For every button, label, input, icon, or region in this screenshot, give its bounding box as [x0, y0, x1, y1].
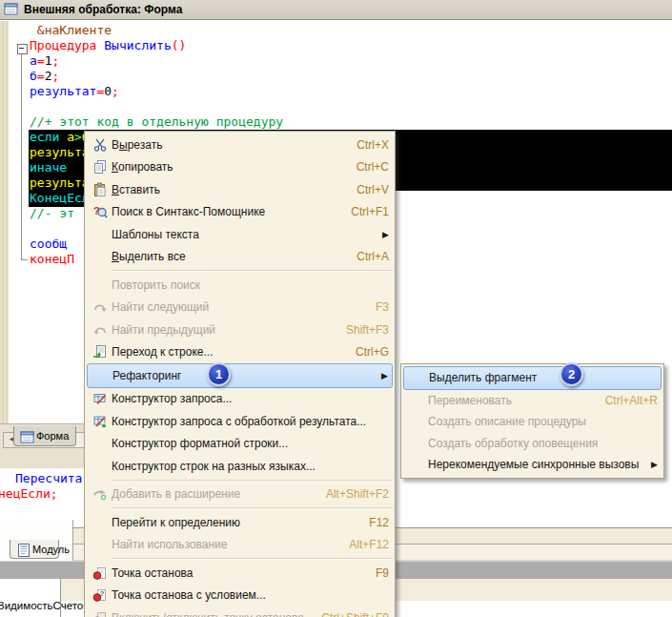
designer-window: Внешняя обработка: Форма &наКлиентеПроце…: [0, 0, 672, 617]
code-line: а=1;: [30, 53, 283, 69]
menu-item-label: Конструктор форматной строки...: [112, 437, 288, 450]
context-menu-item[interactable]: Конструктор запроса...: [85, 388, 395, 411]
refactoring-submenu: Выделить фрагментПереименоватьCtrl+Alt+R…: [400, 363, 664, 479]
code-line: б=2;: [30, 69, 283, 84]
menu-item-icon-empty: [405, 414, 428, 429]
menu-item-icon-empty: [89, 278, 112, 293]
code-token: Вычислить: [104, 38, 171, 52]
context-menu-separator: [112, 558, 393, 560]
cut-icon: [89, 137, 112, 153]
context-menu-item[interactable]: ВырезатьCtrl+X: [85, 134, 395, 156]
menu-item-label: Конструктор запроса с обработкой результ…: [112, 415, 366, 428]
window-title: Внешняя обработка: Форма: [24, 3, 182, 16]
code-token: а: [30, 53, 37, 68]
context-menu-item[interactable]: ВставитьCtrl+V: [85, 178, 395, 201]
code-line: Процедура Вычислить(): [30, 38, 283, 53]
context-menu-item: Найти следующийF3: [85, 297, 395, 319]
menu-item-icon-empty: [89, 515, 112, 530]
context-menu-item[interactable]: Перейти к определениюF12: [85, 511, 395, 534]
menu-item-icon-empty: [89, 227, 112, 242]
code-line: &наКлиенте: [30, 23, 283, 38]
find-prev-icon: [89, 322, 112, 338]
submenu-item[interactable]: Нерекомендуемые синхронные вызовы▶: [401, 454, 663, 476]
find-next-icon: [89, 299, 112, 315]
context-menu-item[interactable]: Конструктор строк на разных языках...: [85, 455, 395, 478]
step-badge-2: 2: [560, 362, 583, 386]
menu-item-shortcut: Ctrl+Shift+F9: [308, 611, 389, 617]
menu-item-label: Поиск в Синтакс-Помощнике: [112, 205, 265, 218]
menu-item-label: Выделить фрагмент: [429, 371, 537, 384]
context-menu-item[interactable]: ?Точка останова с условием...: [85, 585, 395, 607]
context-menu-item: Найти использованиеAlt+F12: [85, 534, 395, 557]
menu-item-shortcut: Alt+F12: [336, 538, 389, 551]
submenu-arrow-icon: ▶: [648, 460, 658, 469]
menu-item-label: Найти использование: [112, 538, 227, 551]
context-menu-item[interactable]: Переход к строке...Ctrl+G: [85, 341, 395, 364]
query-builder-icon: [89, 391, 112, 406]
context-menu-item[interactable]: Рефакторинг▶: [87, 363, 393, 388]
context-menu-item[interactable]: Шаблоны текста▶: [85, 223, 395, 246]
tab-form[interactable]: Форма: [13, 426, 76, 446]
code-line: [30, 99, 283, 114]
code-token: иначе: [30, 160, 67, 175]
context-menu-separator: [112, 507, 393, 509]
menu-item-shortcut: Ctrl+Alt+R: [592, 394, 658, 407]
menu-item-shortcut: Ctrl+A: [343, 250, 389, 263]
fold-line: [21, 52, 22, 259]
code-token: =: [37, 69, 45, 83]
fold-collapse-icon[interactable]: [17, 44, 28, 54]
context-menu-item[interactable]: КопироватьCtrl+C: [85, 156, 395, 179]
menu-item-icon-empty: [405, 393, 428, 408]
context-menu-item[interactable]: Точка остановаF9: [85, 562, 395, 585]
menu-item-label: Добавить в расширение: [112, 487, 240, 501]
code-token: //- эт: [30, 206, 74, 220]
breakpoint-condition-icon: ?: [89, 587, 112, 603]
window-title-bar[interactable]: Внешняя обработка: Форма: [0, 0, 672, 20]
menu-item-label: Точка останова: [112, 566, 193, 580]
editor-context-menu: ВырезатьCtrl+XКопироватьCtrl+CВставитьCt…: [84, 131, 396, 617]
menu-item-label: Конструктор строк на разных языках...: [112, 460, 316, 473]
context-menu-item[interactable]: ?Поиск в Синтакс-ПомощникеCtrl+F1: [85, 201, 395, 224]
code-line: результат=0;: [30, 84, 283, 99]
context-menu-separator: [112, 480, 393, 482]
code-token: конецП: [30, 252, 74, 266]
context-menu-item: Повторить поиск: [85, 274, 395, 297]
code-token: б: [30, 69, 37, 83]
context-menu-item[interactable]: Конструктор форматной строки...: [85, 433, 395, 456]
menu-item-label: Перейти к определению: [112, 516, 240, 529]
code-token: >: [74, 130, 82, 144]
menu-item-shortcut: Ctrl+X: [343, 138, 389, 152]
code-token: если: [30, 130, 67, 144]
code-token: ;: [51, 53, 59, 68]
submenu-item: Создать обработку оповещения: [401, 433, 663, 455]
menu-item-icon-empty: [89, 436, 112, 451]
menu-item-icon-empty: [90, 368, 112, 383]
menu-item-label: Вставить: [112, 183, 160, 196]
code-token: Процедура: [30, 38, 104, 52]
menu-item-icon-empty: [405, 457, 428, 472]
menu-item-icon-empty: [406, 370, 429, 385]
add-extension-icon: [89, 486, 112, 502]
editor-margin-strip: [0, 21, 10, 425]
paste-icon: [89, 182, 112, 197]
goto-line-icon: [89, 344, 112, 360]
context-menu-item[interactable]: Выделить всеCtrl+A: [85, 246, 395, 269]
form-tab-label: Форма: [36, 430, 69, 442]
context-menu-item[interactable]: Конструктор запроса с обработкой результ…: [85, 410, 395, 433]
menu-item-label: Переименовать: [428, 394, 512, 407]
submenu-arrow-icon: ▶: [378, 371, 388, 380]
submenu-item: ПереименоватьCtrl+Alt+R: [401, 390, 663, 412]
menu-item-shortcut: Shift+F3: [333, 323, 389, 337]
toggle-breakpoint-icon: [89, 610, 112, 617]
tab-module[interactable]: Модуль: [10, 540, 59, 559]
menu-item-label: Включить/отключить точку останова: [112, 611, 304, 617]
module-code-line: Пересчита: [15, 471, 82, 485]
menu-item-label: Вырезать: [112, 138, 162, 152]
step-badge-1: 1: [207, 362, 231, 386]
submenu-item[interactable]: Выделить фрагмент: [403, 366, 662, 390]
menu-item-icon-empty: [89, 249, 112, 264]
context-menu-separator: [112, 270, 393, 272]
code-line: //+ этот код в отдельную процедуру: [30, 114, 283, 130]
context-menu-item: Включить/отключить точку остановаCtrl+Sh…: [85, 607, 395, 617]
syntax-search-icon: ?: [89, 204, 112, 219]
